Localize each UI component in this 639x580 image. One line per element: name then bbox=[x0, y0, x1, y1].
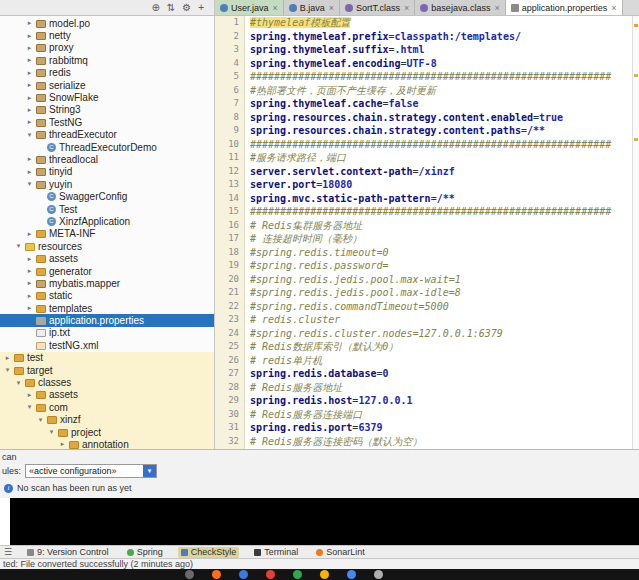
taskbar-app-icon[interactable] bbox=[320, 570, 329, 579]
tree-item-project[interactable]: ▾project bbox=[0, 426, 214, 438]
tree-item-netty[interactable]: ▸netty bbox=[0, 29, 214, 41]
close-icon[interactable]: × bbox=[611, 3, 616, 13]
tree-item-ip-txt[interactable]: ip.txt bbox=[0, 327, 214, 339]
taskbar-app-icon[interactable] bbox=[212, 570, 221, 579]
error-stripe-mark[interactable] bbox=[634, 24, 638, 27]
tab-application-properties[interactable]: application.properties× bbox=[506, 0, 623, 15]
expand-arrow-icon[interactable]: ▸ bbox=[26, 94, 33, 102]
code-line[interactable]: # 连接超时时间（毫秒） bbox=[250, 232, 632, 246]
tree-item-tinyid[interactable]: ▸tinyid bbox=[0, 166, 214, 178]
code-line[interactable]: # Redis服务器连接密码（默认为空） bbox=[250, 435, 632, 449]
toolwindow-checkstyle[interactable]: CheckStyle bbox=[178, 547, 240, 558]
tree-item-templates[interactable]: ▸templates bbox=[0, 302, 214, 314]
editor-code[interactable]: #thymeleaf模板配置spring.thymeleaf.prefix=cl… bbox=[245, 16, 632, 449]
code-line[interactable]: spring.resources.chain.strategy.content.… bbox=[250, 111, 632, 125]
taskbar-app-icon[interactable] bbox=[239, 570, 248, 579]
code-line[interactable]: # Redis数据库索引（默认为0） bbox=[250, 340, 632, 354]
code-line[interactable]: spring.resources.chain.strategy.content.… bbox=[250, 124, 632, 138]
close-icon[interactable]: × bbox=[273, 3, 278, 13]
expand-arrow-icon[interactable]: ▸ bbox=[26, 230, 33, 238]
code-line[interactable]: ########################################… bbox=[250, 205, 632, 219]
expand-arrow-icon[interactable]: ▾ bbox=[4, 366, 11, 374]
tree-item-application-properties[interactable]: application.properties bbox=[0, 314, 214, 326]
code-line[interactable]: #spring.redis.password= bbox=[250, 259, 632, 273]
tree-item-threadexecutor[interactable]: ▾threadExecutor bbox=[0, 129, 214, 141]
toolwindow-sonarlint[interactable]: SonarLint bbox=[313, 547, 368, 558]
taskbar-app-icon[interactable] bbox=[374, 570, 383, 579]
tree-item-proxy[interactable]: ▸proxy bbox=[0, 42, 214, 54]
expand-arrow-icon[interactable]: ▸ bbox=[26, 155, 33, 163]
add-icon[interactable]: + bbox=[198, 3, 204, 13]
tree-item-model-po[interactable]: ▸model.po bbox=[0, 17, 214, 29]
expand-arrow-icon[interactable]: ▸ bbox=[26, 292, 33, 300]
code-line[interactable]: #thymeleaf模板配置 bbox=[250, 16, 632, 30]
settings-gear-icon[interactable]: ⚙ bbox=[182, 3, 191, 13]
tree-item-xinzf[interactable]: ▾xinzf bbox=[0, 414, 214, 426]
code-line[interactable]: spring.thymeleaf.cache=false bbox=[250, 97, 632, 111]
tree-item-meta-inf[interactable]: ▸META-INF bbox=[0, 228, 214, 240]
taskbar-app-icon[interactable] bbox=[293, 570, 302, 579]
tree-item-target[interactable]: ▾target bbox=[0, 364, 214, 376]
expand-arrow-icon[interactable]: ▸ bbox=[26, 56, 33, 64]
taskbar-app-icon[interactable] bbox=[266, 570, 275, 579]
close-icon[interactable]: × bbox=[494, 3, 499, 13]
code-line[interactable]: spring.redis.host=127.0.0.1 bbox=[250, 394, 632, 408]
close-icon[interactable]: × bbox=[404, 3, 409, 13]
code-line[interactable]: #spring.redis.cluster.nodes=127.0.0.1:63… bbox=[250, 327, 632, 341]
code-line[interactable]: # redis单片机 bbox=[250, 354, 632, 368]
expand-arrow-icon[interactable]: ▸ bbox=[26, 44, 33, 52]
expand-arrow-icon[interactable]: ▾ bbox=[37, 416, 44, 424]
code-line[interactable]: server.servlet.context-path=/xinzf bbox=[250, 165, 632, 179]
code-line[interactable]: spring.thymeleaf.suffix=.html bbox=[250, 43, 632, 57]
code-line[interactable]: # Redis服务器地址 bbox=[250, 381, 632, 395]
error-stripe-mark[interactable] bbox=[634, 138, 638, 141]
tree-item-threadexecutordemo[interactable]: ThreadExecutorDemo bbox=[0, 141, 214, 153]
tree-item-swaggerconfig[interactable]: SwaggerConfig bbox=[0, 190, 214, 202]
expand-arrow-icon[interactable]: ▸ bbox=[59, 440, 66, 448]
tree-item-test[interactable]: Test bbox=[0, 203, 214, 215]
code-line[interactable]: server.port=18080 bbox=[250, 178, 632, 192]
tab-user-java[interactable]: User.java× bbox=[215, 0, 284, 15]
code-line[interactable]: spring.redis.port=6379 bbox=[250, 421, 632, 435]
tool-windows-icon[interactable]: ☰ bbox=[4, 547, 12, 557]
close-icon[interactable]: × bbox=[329, 3, 334, 13]
tree-item-annotation[interactable]: ▸annotation bbox=[0, 438, 214, 449]
tree-item-snowflake[interactable]: ▸SnowFlake bbox=[0, 91, 214, 103]
tree-item-threadlocal[interactable]: ▸threadlocal bbox=[0, 153, 214, 165]
taskbar-app-icon[interactable] bbox=[347, 570, 356, 579]
tree-item-com[interactable]: ▾com bbox=[0, 401, 214, 413]
taskbar-app-icon[interactable] bbox=[185, 570, 194, 579]
expand-arrow-icon[interactable]: ▸ bbox=[26, 279, 33, 287]
tree-item-yuyin[interactable]: ▾yuyin bbox=[0, 178, 214, 190]
expand-arrow-icon[interactable]: ▾ bbox=[15, 379, 22, 387]
toolwindow-9-version-control[interactable]: 9: Version Control bbox=[24, 547, 112, 558]
tree-item-generator[interactable]: ▸generator bbox=[0, 265, 214, 277]
tree-item-testng[interactable]: ▸TestNG bbox=[0, 116, 214, 128]
tree-item-string3[interactable]: ▸String3 bbox=[0, 104, 214, 116]
code-line[interactable]: ########################################… bbox=[250, 70, 632, 84]
collapse-all-icon[interactable]: ⊕ bbox=[151, 3, 159, 13]
code-line[interactable]: spring.mvc.static-path-pattern=/** bbox=[250, 192, 632, 206]
code-line[interactable]: # Redis集群服务器地址 bbox=[250, 219, 632, 233]
expand-arrow-icon[interactable]: ▸ bbox=[26, 168, 33, 176]
error-stripe-mark[interactable] bbox=[634, 74, 638, 77]
rules-configuration-combo[interactable]: «active configuration» ▾ bbox=[25, 464, 157, 478]
toolwindow-spring[interactable]: Spring bbox=[124, 547, 166, 558]
tree-item-static[interactable]: ▸static bbox=[0, 290, 214, 302]
expand-arrow-icon[interactable]: ▾ bbox=[26, 180, 33, 188]
expand-arrow-icon[interactable]: ▸ bbox=[4, 354, 11, 362]
tree-item-redis[interactable]: ▸redis bbox=[0, 67, 214, 79]
toolwindow-terminal[interactable]: Terminal bbox=[251, 547, 301, 558]
code-line[interactable]: #spring.redis.commandTimeout=5000 bbox=[250, 300, 632, 314]
tab-sortt-class[interactable]: SortT.class× bbox=[340, 0, 415, 15]
expand-arrow-icon[interactable]: ▸ bbox=[26, 391, 33, 399]
tree-item-mybatis-mapper[interactable]: ▸mybatis.mapper bbox=[0, 277, 214, 289]
tree-item-rabbitmq[interactable]: ▸rabbitmq bbox=[0, 54, 214, 66]
code-line[interactable]: spring.thymeleaf.prefix=classpath:/templ… bbox=[250, 30, 632, 44]
code-line[interactable]: #spring.redis.jedis.pool.max-idle=8 bbox=[250, 286, 632, 300]
expand-arrow-icon[interactable]: ▸ bbox=[26, 304, 33, 312]
expand-arrow-icon[interactable]: ▸ bbox=[26, 106, 33, 114]
code-line[interactable]: ########################################… bbox=[250, 138, 632, 152]
expand-arrow-icon[interactable]: ▾ bbox=[48, 428, 55, 436]
tree-item-test[interactable]: ▸test bbox=[0, 352, 214, 364]
